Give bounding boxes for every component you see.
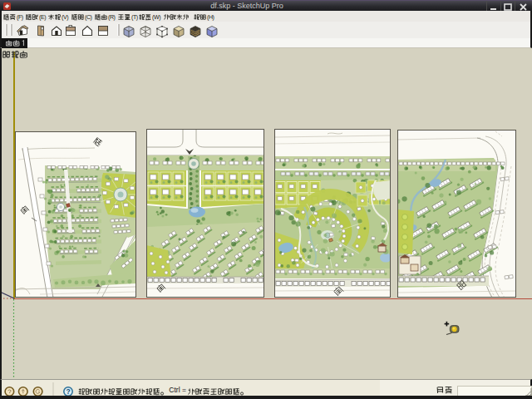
svg-text:?: ? [66,387,70,396]
